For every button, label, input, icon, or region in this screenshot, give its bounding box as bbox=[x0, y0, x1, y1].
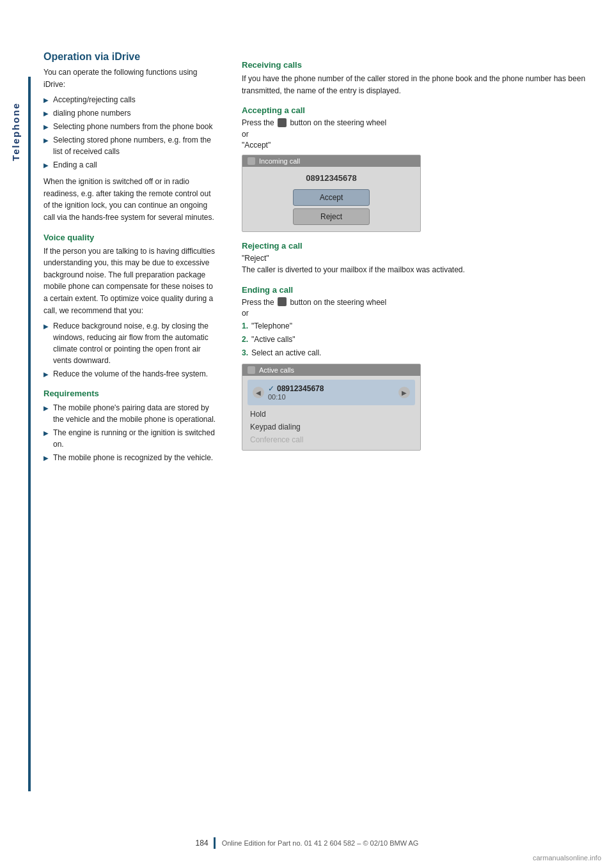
bullet-arrow-icon: ▶ bbox=[43, 95, 49, 105]
right-nav-icon: ▶ bbox=[398, 387, 410, 398]
incoming-call-screenshot: Incoming call 08912345678 Accept Reject bbox=[242, 155, 421, 232]
active-calls-titlebar: Active calls bbox=[242, 364, 420, 376]
list-item: ▶ Accepting/rejecting calls bbox=[43, 94, 216, 105]
active-calls-screenshot: Active calls ◀ ✓ 08912345678 00:10 bbox=[242, 364, 421, 451]
bullet-arrow-icon: ▶ bbox=[43, 136, 49, 145]
call-item-row: ◀ ✓ 08912345678 00:10 bbox=[253, 383, 324, 402]
list-item: ▶ The mobile phone's pairing data are st… bbox=[43, 402, 216, 425]
checkmark-icon: ✓ bbox=[268, 384, 274, 393]
accepting-press-text: Press the button on the steering wheel bbox=[242, 118, 595, 128]
list-item-text: The mobile phone is recognized by the ve… bbox=[53, 452, 213, 463]
step-number: 2. bbox=[242, 334, 248, 345]
list-item-text: dialing phone numbers bbox=[53, 107, 130, 119]
incoming-call-titlebar: Incoming call bbox=[242, 155, 420, 167]
menu-item-label: Keypad dialing bbox=[250, 422, 301, 431]
step-number: 3. bbox=[242, 347, 248, 359]
list-item: 1. "Telephone" bbox=[242, 320, 595, 332]
active-calls-body: ◀ ✓ 08912345678 00:10 ▶ H bbox=[242, 376, 420, 450]
accept-button[interactable]: Accept bbox=[293, 189, 370, 206]
step-text: "Telephone" bbox=[251, 320, 292, 332]
accepting-call-title: Accepting a call bbox=[242, 105, 595, 115]
requirements-title: Requirements bbox=[43, 389, 216, 398]
bullet-arrow-icon: ▶ bbox=[43, 160, 49, 170]
receiving-text: If you have the phone number of the call… bbox=[242, 73, 595, 97]
bullet-arrow-icon: ▶ bbox=[43, 109, 49, 118]
list-item: ▶ The engine is running or the ignition … bbox=[43, 427, 216, 450]
list-item-text: Selecting stored phone numbers, e.g. fro… bbox=[53, 134, 216, 157]
ending-call-title: Ending a call bbox=[242, 285, 595, 295]
list-item: ▶ dialing phone numbers bbox=[43, 107, 216, 119]
rejecting-call-title: Rejecting a call bbox=[242, 241, 595, 251]
intro-text: You can operate the following functions … bbox=[43, 66, 216, 90]
ending-or-text: or bbox=[242, 309, 595, 318]
menu-item-keypad[interactable]: Keypad dialing bbox=[248, 421, 415, 433]
step-text: "Active calls" bbox=[251, 334, 295, 345]
ignition-text: When the ignition is switched off or in … bbox=[43, 176, 216, 223]
rejecting-text: The caller is diverted to your mailbox i… bbox=[242, 264, 595, 276]
bullet-arrow-icon: ▶ bbox=[43, 122, 49, 132]
list-item: ▶ Selecting stored phone numbers, e.g. f… bbox=[43, 134, 216, 157]
step-text: Select an active call. bbox=[251, 347, 321, 359]
page-number: 184 bbox=[196, 839, 209, 848]
page-container: Telephone Operation via iDrive You can o… bbox=[0, 0, 614, 868]
active-phone-number: 08912345678 bbox=[277, 384, 324, 393]
rejecting-quote-text: "Reject" bbox=[242, 254, 595, 263]
right-column: Receiving calls If you have the phone nu… bbox=[229, 51, 614, 842]
phone-icon-2 bbox=[278, 297, 287, 306]
accepting-quote-text: "Accept" bbox=[242, 141, 595, 150]
bullet-arrow-icon: ▶ bbox=[43, 322, 49, 331]
list-item-text: Selecting phone numbers from the phone b… bbox=[53, 121, 213, 132]
voice-quality-title: Voice quality bbox=[43, 233, 216, 242]
voice-bullet-list: ▶ Reduce background noise, e.g. by closi… bbox=[43, 320, 216, 380]
step-number: 1. bbox=[242, 320, 248, 332]
titlebar-icon bbox=[248, 157, 255, 165]
incoming-phone-number: 08912345678 bbox=[248, 171, 415, 185]
call-item: ◀ ✓ 08912345678 00:10 ▶ bbox=[248, 380, 415, 405]
footer-bar bbox=[214, 837, 216, 849]
bullet-arrow-icon: ▶ bbox=[43, 369, 49, 379]
page-footer: 184 Online Edition for Part no. 01 41 2 … bbox=[0, 837, 614, 849]
accepting-or-text: or bbox=[242, 130, 595, 139]
requirements-bullet-list: ▶ The mobile phone's pairing data are st… bbox=[43, 402, 216, 463]
list-item-text: The engine is running or the ignition is… bbox=[53, 427, 216, 450]
receiving-calls-title: Receiving calls bbox=[242, 60, 595, 70]
titlebar-icon-2 bbox=[248, 366, 255, 374]
ending-steps-list: 1. "Telephone" 2. "Active calls" 3. Sele… bbox=[242, 320, 595, 359]
phone-icon bbox=[278, 118, 287, 127]
list-item: 3. Select an active call. bbox=[242, 347, 595, 359]
bullet-arrow-icon: ▶ bbox=[43, 403, 49, 413]
accepting-press-label2: button on the steering wheel bbox=[290, 118, 386, 127]
list-item-text: Accepting/rejecting calls bbox=[53, 94, 136, 105]
list-item-text: The mobile phone's pairing data are stor… bbox=[53, 402, 216, 425]
incoming-call-body: 08912345678 Accept Reject bbox=[242, 167, 420, 231]
sidebar: Telephone bbox=[0, 0, 31, 868]
menu-item-hold[interactable]: Hold bbox=[248, 408, 415, 421]
bullet-arrow-icon: ▶ bbox=[43, 428, 49, 438]
menu-item-label: Hold bbox=[250, 410, 266, 419]
titlebar-text: Incoming call bbox=[259, 157, 300, 165]
left-nav-icon: ◀ bbox=[253, 387, 264, 398]
watermark: carmanualsonline.info bbox=[533, 854, 601, 862]
list-item-text: Reduce background noise, e.g. by closing… bbox=[53, 320, 216, 366]
reject-button[interactable]: Reject bbox=[293, 208, 370, 225]
list-item: ▶ Reduce background noise, e.g. by closi… bbox=[43, 320, 216, 366]
list-item: 2. "Active calls" bbox=[242, 334, 595, 345]
list-item-text: Reduce the volume of the hands-free syst… bbox=[53, 368, 208, 380]
titlebar-text-2: Active calls bbox=[259, 366, 294, 374]
list-item: ▶ Selecting phone numbers from the phone… bbox=[43, 121, 216, 132]
ending-press-label: Press the bbox=[242, 298, 274, 307]
menu-item-conference: Conference call bbox=[248, 433, 415, 446]
list-item: ▶ Ending a call bbox=[43, 159, 216, 171]
list-item: ▶ Reduce the volume of the hands-free sy… bbox=[43, 368, 216, 380]
accepting-press-label: Press the bbox=[242, 118, 274, 127]
ending-press-label2: button on the steering wheel bbox=[290, 298, 386, 307]
bullet-arrow-icon: ▶ bbox=[43, 453, 49, 463]
call-info: ✓ 08912345678 00:10 bbox=[268, 384, 324, 401]
main-section-title: Operation via iDrive bbox=[43, 51, 216, 63]
list-item: ▶ The mobile phone is recognized by the … bbox=[43, 452, 216, 463]
voice-quality-text: If the person you are talking to is havi… bbox=[43, 245, 216, 317]
main-bullet-list: ▶ Accepting/rejecting calls ▶ dialing ph… bbox=[43, 94, 216, 171]
list-item-text: Ending a call bbox=[53, 159, 97, 171]
call-time: 00:10 bbox=[268, 393, 324, 401]
left-column: Operation via iDrive You can operate the… bbox=[31, 51, 229, 842]
